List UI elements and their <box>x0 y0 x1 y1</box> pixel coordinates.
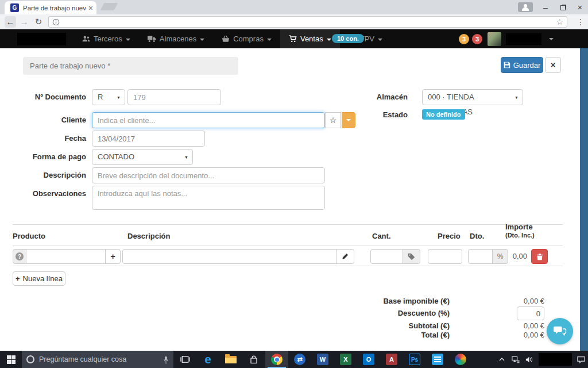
taskbar-app-colorwheel[interactable] <box>449 351 472 368</box>
taskbar-outlook[interactable]: O <box>357 351 380 368</box>
nav-item-almacenes[interactable]: Almacenes <box>139 29 213 48</box>
quantity-tag-addon[interactable] <box>403 249 420 264</box>
cortana-search-input[interactable] <box>39 355 158 363</box>
list-app-icon <box>432 354 443 365</box>
nav-item-ventas[interactable]: Ventas <box>280 29 340 48</box>
numero-input[interactable] <box>127 89 221 105</box>
forma-pago-select[interactable]: CONTADO ▼ <box>92 149 193 165</box>
url-input[interactable] <box>60 18 556 26</box>
base-label: Base imponible (€) <box>277 297 450 305</box>
taskbar-store[interactable] <box>242 351 265 368</box>
excel-icon: X <box>340 354 351 365</box>
taskbar-chrome[interactable] <box>265 351 288 368</box>
label-descripcion: Descripción <box>6 171 86 179</box>
taskbar-photoshop[interactable]: Ps <box>403 351 426 368</box>
tag-icon <box>408 253 415 260</box>
forward-button[interactable]: → <box>18 16 30 28</box>
product-code-input[interactable] <box>26 249 106 264</box>
table-header-border <box>13 246 563 246</box>
close-document-button[interactable]: × <box>545 57 561 73</box>
browser-tab-strip: G Parte de trabajo nuevo * × – × <box>0 0 588 14</box>
start-button[interactable] <box>0 351 22 368</box>
tray-expand-button[interactable] <box>495 358 509 361</box>
serie-select[interactable]: R ▼ <box>92 89 125 105</box>
network-status[interactable] <box>509 356 523 363</box>
descripcion-input[interactable] <box>92 167 325 183</box>
new-line-button[interactable]: + Nueva línea <box>13 271 65 286</box>
logo-redacted <box>17 33 66 45</box>
chevron-down-icon: ▼ <box>184 150 188 166</box>
cortana-search[interactable] <box>22 351 173 368</box>
store-bag-icon <box>250 355 258 364</box>
microphone-icon[interactable] <box>163 355 169 364</box>
new-line-label: Nueva línea <box>23 274 63 283</box>
chevron-down-icon <box>378 39 382 41</box>
edit-description-button[interactable] <box>336 249 354 264</box>
chat-fab-button[interactable] <box>547 318 573 344</box>
new-tab-button[interactable] <box>100 3 118 10</box>
line-description-input[interactable] <box>122 249 336 264</box>
browser-menu-icon[interactable]: ⋮ <box>575 16 586 28</box>
users-icon <box>82 35 90 43</box>
nav-item-compras[interactable]: Compras <box>213 29 280 48</box>
restore-button[interactable] <box>558 3 567 12</box>
app-navbar: Terceros Almacenes Compras Ventas TPV <box>0 29 588 48</box>
taskbar-app-lines[interactable] <box>426 351 449 368</box>
nav-label: Compras <box>233 34 264 43</box>
close-window-button[interactable]: × <box>575 3 585 12</box>
almacen-select[interactable]: 000 · TIENDA RECOGIDAS ▼ <box>422 89 523 105</box>
danger-count-badge[interactable]: 3 <box>472 34 482 44</box>
browser-tab[interactable]: G Parte de trabajo nuevo * × <box>5 1 96 14</box>
save-button[interactable]: Guardar <box>501 57 543 73</box>
word-icon: W <box>317 354 328 365</box>
label-documento: Nº Documento <box>6 93 86 101</box>
label-fecha: Fecha <box>6 134 86 143</box>
descuento-input[interactable] <box>517 306 544 320</box>
tab-close-icon[interactable]: × <box>88 4 93 12</box>
taskbar-word[interactable]: W <box>311 351 334 368</box>
system-tray <box>495 351 588 368</box>
minimize-button[interactable]: – <box>541 3 550 12</box>
discount-input[interactable] <box>468 249 493 264</box>
descuento-label: Descuento (%) <box>277 309 450 317</box>
chevron-down-icon <box>200 39 204 41</box>
cliente-input[interactable] <box>92 112 325 128</box>
observaciones-textarea[interactable] <box>92 186 325 210</box>
reload-button[interactable]: ↻ <box>33 16 44 28</box>
taskbar-access[interactable]: A <box>380 351 403 368</box>
delete-line-button[interactable] <box>531 249 548 264</box>
save-icon <box>504 62 510 68</box>
taskbar-teamviewer[interactable]: ⇄ <box>288 351 311 368</box>
price-input[interactable] <box>428 249 462 264</box>
nav-item-terceros[interactable]: Terceros <box>74 29 139 48</box>
taskbar-excel[interactable]: X <box>334 351 357 368</box>
chevron-down-icon: ▼ <box>514 90 519 106</box>
action-center-icon <box>577 356 585 363</box>
connections-badge[interactable]: 10 con. <box>332 34 364 43</box>
chevron-up-icon <box>499 358 505 361</box>
chevron-down-icon[interactable] <box>549 38 554 40</box>
browser-profile-icon[interactable] <box>518 2 533 12</box>
bookmark-star-icon[interactable]: ☆ <box>556 17 563 26</box>
windows-logo-icon <box>7 355 16 364</box>
subtotal-label: Subtotal (€) <box>277 321 450 330</box>
task-view-button[interactable] <box>173 351 196 368</box>
add-product-button[interactable]: + <box>105 249 121 264</box>
back-button[interactable]: ← <box>5 16 16 28</box>
user-avatar[interactable] <box>488 32 501 46</box>
total-row-descuento: Descuento (%) <box>277 309 544 319</box>
address-bar[interactable]: ☆ <box>48 16 567 28</box>
taskbar-explorer[interactable] <box>219 351 242 368</box>
page-info-icon[interactable] <box>52 18 60 26</box>
page-scrollbar[interactable] <box>580 48 588 351</box>
action-center-button[interactable] <box>574 356 588 363</box>
browser-toolbar: ← → ↻ ☆ ⋮ <box>0 14 588 29</box>
fecha-input[interactable] <box>92 131 205 147</box>
taskbar-edge[interactable]: e <box>196 351 219 368</box>
volume-status[interactable] <box>523 356 536 363</box>
col-descripcion: Descripción <box>127 232 170 240</box>
warning-count-badge[interactable]: 3 <box>459 34 469 44</box>
quantity-input[interactable] <box>370 249 403 264</box>
col-importe-sub: (Dto. Inc.) <box>505 232 535 239</box>
label-forma-pago: Forma de pago <box>6 152 86 161</box>
